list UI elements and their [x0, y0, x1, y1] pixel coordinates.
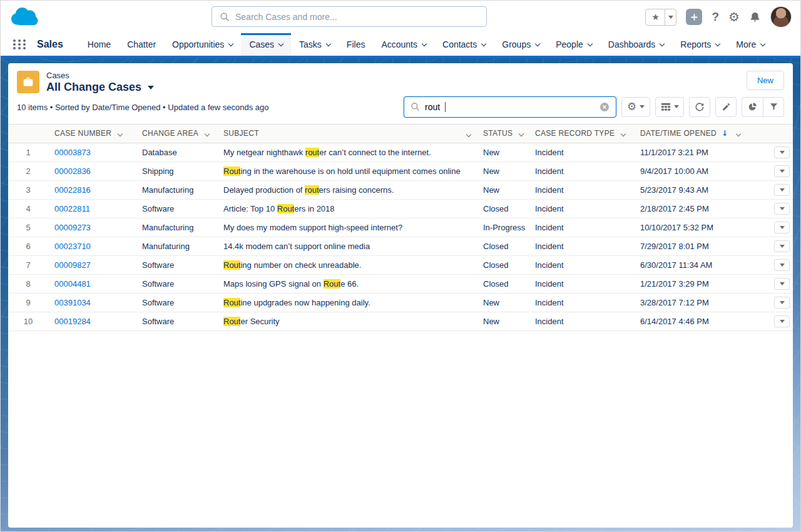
status-cell: Closed: [477, 237, 529, 255]
add-button[interactable]: [686, 9, 702, 25]
row-actions-button[interactable]: [774, 146, 790, 158]
row-actions-button[interactable]: [774, 203, 790, 215]
date-time-opened-cell: 6/30/2017 11:34 AM: [634, 255, 768, 274]
subject-cell: Article: Top 10 Routers in 2018: [217, 199, 477, 218]
row-actions-button[interactable]: [774, 184, 790, 196]
column-header-case-record-type[interactable]: CASE RECORD TYPE: [529, 124, 634, 143]
status-cell: Closed: [477, 255, 529, 274]
change-area-cell: Manufacturing: [136, 180, 217, 199]
app-name[interactable]: Sales: [37, 39, 63, 50]
row-actions-button[interactable]: [774, 165, 790, 177]
status-cell: New: [477, 143, 529, 161]
caret-down-icon: [780, 263, 785, 267]
column-header-status[interactable]: STATUS: [477, 124, 529, 143]
column-header-change-area[interactable]: CHANGE AREA: [136, 124, 217, 143]
case-number-link[interactable]: 00391034: [54, 298, 91, 307]
global-search-input[interactable]: [235, 12, 479, 22]
app-launcher-waffle-icon[interactable]: [13, 39, 27, 49]
subject-cell: Delayed production of routers raising co…: [217, 180, 477, 199]
table-row: 8 00004481 Software Maps losing GPS sign…: [8, 274, 793, 293]
case-table-body: 1 00003873 Database My netgear nighthawk…: [8, 143, 793, 330]
clear-search-icon[interactable]: [599, 102, 610, 112]
row-actions-button[interactable]: [774, 297, 790, 309]
list-view-controls-button[interactable]: ⚙: [621, 97, 650, 117]
nav-tab-contacts[interactable]: Contacts: [434, 33, 494, 56]
list-view-title: All Change Cases: [46, 81, 141, 94]
app-navigation-bar: Sales Home Chatter Opportunities Cases T…: [1, 33, 800, 56]
chevron-down-icon: [535, 41, 540, 46]
nav-tab-people[interactable]: People: [548, 33, 600, 56]
row-actions-button[interactable]: [774, 278, 790, 290]
filter-button[interactable]: [763, 98, 783, 116]
column-header-date-time-opened[interactable]: DATE/TIME OPENED↓: [634, 124, 768, 143]
favorites-button-group[interactable]: ★: [645, 9, 676, 26]
table-row: 9 00391034 Software Routine updgrades no…: [8, 293, 793, 312]
table-header-row: CASE NUMBER CHANGE AREA SUBJECT STATUS C…: [8, 124, 793, 143]
date-time-opened-cell: 7/29/2017 8:01 PM: [634, 237, 768, 255]
search-match-highlight: Rout: [223, 260, 240, 270]
nav-tab-label: Groups: [502, 39, 531, 49]
favorites-dropdown-button[interactable]: [665, 9, 676, 25]
case-number-link[interactable]: 00023710: [54, 242, 91, 251]
chevron-down-icon: [326, 41, 331, 46]
case-number-link[interactable]: 00022816: [54, 185, 91, 195]
row-actions-button[interactable]: [774, 259, 790, 271]
change-area-cell: Software: [136, 312, 217, 330]
nav-tab-groups[interactable]: Groups: [494, 33, 548, 56]
charts-button[interactable]: [742, 98, 763, 116]
nav-tab-more[interactable]: More: [728, 33, 773, 56]
caret-down-icon: [780, 207, 785, 210]
row-actions-button[interactable]: [774, 240, 790, 252]
setup-gear-icon[interactable]: ⚙: [728, 11, 740, 23]
favorites-star-icon[interactable]: ★: [646, 9, 665, 25]
nav-tab-label: Tasks: [299, 39, 322, 49]
list-search-box[interactable]: rout: [404, 96, 616, 118]
nav-tab-tasks[interactable]: Tasks: [291, 33, 339, 56]
case-number-link[interactable]: 00004481: [54, 279, 91, 289]
table-icon: [661, 102, 671, 112]
nav-tab-dashboards[interactable]: Dashboards: [600, 33, 673, 56]
nav-tab-home[interactable]: Home: [79, 33, 119, 56]
list-view-selector-caret-icon[interactable]: [148, 86, 154, 90]
chevron-down-icon: [118, 131, 123, 136]
nav-tab-opportunities[interactable]: Opportunities: [164, 33, 241, 56]
caret-down-icon: [640, 105, 645, 108]
global-search[interactable]: [212, 6, 487, 27]
nav-tab-files[interactable]: Files: [339, 33, 374, 56]
nav-tab-label: Dashboards: [608, 39, 656, 49]
column-header-case-number[interactable]: CASE NUMBER: [48, 124, 136, 143]
nav-tab-accounts[interactable]: Accounts: [373, 33, 434, 56]
case-number-link[interactable]: 00009273: [54, 223, 91, 232]
plus-icon: [690, 13, 699, 22]
refresh-button[interactable]: [689, 97, 710, 117]
nav-tab-label: Chatter: [127, 39, 156, 49]
nav-tab-cases[interactable]: Cases: [241, 33, 291, 56]
caret-down-icon: [780, 245, 785, 248]
list-status-line: 10 items • Sorted by Date/Time Opened • …: [17, 103, 268, 118]
table-row: 2 00002836 Shipping Routing in the wareh…: [8, 161, 793, 180]
notifications-bell-icon[interactable]: [749, 11, 761, 23]
case-number-link[interactable]: 00009827: [54, 260, 91, 270]
nav-tab-chatter[interactable]: Chatter: [119, 33, 164, 56]
row-actions-button[interactable]: [774, 315, 790, 327]
edit-button[interactable]: [715, 97, 737, 117]
case-number-link[interactable]: 00003873: [54, 148, 91, 157]
new-button[interactable]: New: [747, 71, 784, 90]
list-search-value[interactable]: rout: [425, 102, 440, 112]
case-number-link[interactable]: 00022811: [54, 204, 90, 213]
user-avatar[interactable]: [770, 6, 792, 28]
case-number-link[interactable]: 00002836: [54, 166, 91, 176]
display-as-button[interactable]: [655, 97, 684, 117]
case-number-link[interactable]: 00019284: [54, 317, 91, 326]
row-actions-button[interactable]: [774, 222, 790, 233]
nav-tab-reports[interactable]: Reports: [672, 33, 728, 56]
column-header-rownum: [8, 124, 48, 143]
caret-down-icon: [780, 226, 785, 229]
case-record-type-cell: Incident: [529, 293, 634, 312]
salesforce-logo-icon: [8, 6, 39, 28]
column-header-subject[interactable]: SUBJECT: [217, 124, 477, 143]
change-area-cell: Database: [136, 143, 217, 161]
date-time-opened-cell: 3/28/2017 7:12 PM: [634, 293, 768, 312]
date-time-opened-cell: 2/18/2017 2:45 PM: [634, 199, 768, 218]
help-icon[interactable]: ?: [712, 10, 719, 24]
